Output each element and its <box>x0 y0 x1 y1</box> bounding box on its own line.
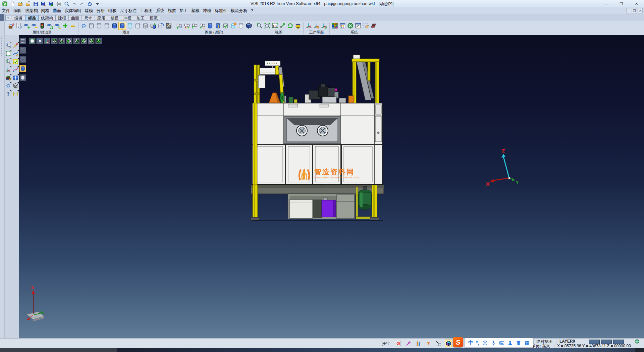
help-button[interactable] <box>5 90 11 97</box>
striped-solid-button[interactable] <box>214 22 222 30</box>
wireframe-view-button[interactable] <box>88 22 95 30</box>
snap-grid-button[interactable] <box>362 22 370 30</box>
open-project-button[interactable] <box>24 1 31 7</box>
menu-item[interactable]: 塑模 <box>190 7 201 14</box>
menu-item[interactable]: 线架构 <box>23 7 40 14</box>
flat-mode-button[interactable] <box>19 74 26 81</box>
solids-filter-button[interactable] <box>183 22 191 30</box>
menu-item[interactable]: 文件 <box>0 7 12 14</box>
selection-filter-status-button[interactable] <box>394 340 402 347</box>
view-iso-button[interactable] <box>95 38 102 44</box>
lock-status-label[interactable]: 拴牢 <box>382 341 390 347</box>
menu-item[interactable]: 模流分析 <box>229 7 249 14</box>
menu-item[interactable]: 加工 <box>178 7 190 14</box>
regen-solids-button[interactable] <box>191 22 199 30</box>
hide-all-button[interactable] <box>69 22 77 30</box>
tab-item[interactable]: 线架构 <box>39 15 56 21</box>
tab-item[interactable]: 塑膜 <box>108 15 121 21</box>
tab-list-dropdown-button[interactable] <box>5 15 11 21</box>
viewport-canvas[interactable]: 智造资料网 INTELLIGENT MANUFACTURING DATA Z X… <box>19 35 644 338</box>
close-button[interactable]: ✕ <box>629 0 644 7</box>
spline-edit-button[interactable] <box>12 66 19 73</box>
menu-item[interactable]: 网格 <box>40 7 51 14</box>
refresh-visibility-button[interactable] <box>46 22 54 30</box>
history-button[interactable] <box>86 1 93 7</box>
toggle-visibility-button[interactable] <box>54 22 61 30</box>
print-preview-button[interactable] <box>63 1 70 7</box>
print-button[interactable] <box>55 1 62 7</box>
left-panel-edge[interactable] <box>0 21 5 338</box>
tag-solid-button[interactable] <box>229 22 237 30</box>
regen-graphics-button[interactable] <box>80 22 88 30</box>
redo-button[interactable] <box>78 1 85 7</box>
minimize-button[interactable]: — <box>599 0 614 7</box>
toggle-solids-button[interactable] <box>199 22 206 30</box>
workplane-step-button[interactable] <box>320 22 328 30</box>
show-solids-button[interactable] <box>175 22 183 30</box>
render-solid-button[interactable] <box>245 22 253 30</box>
mdi-restore-button[interactable]: ❐ <box>632 8 637 13</box>
zoom-window-button[interactable] <box>5 50 11 57</box>
menu-item[interactable]: 编辑 <box>12 7 23 14</box>
workplane-view-button[interactable] <box>305 22 313 30</box>
selection-filter-button[interactable] <box>38 22 46 30</box>
view-top-button[interactable] <box>51 38 58 44</box>
attributes-info-button[interactable] <box>15 22 23 30</box>
menu-item[interactable]: 系统 <box>154 7 166 14</box>
delete-entities-button[interactable] <box>12 42 19 49</box>
ime-skin-icon[interactable] <box>516 340 521 346</box>
transparent-view-button[interactable] <box>126 22 134 30</box>
workplane-orientation-button[interactable] <box>5 66 11 73</box>
taskbar-peek-bar[interactable] <box>117 348 636 352</box>
view-appearance-button[interactable] <box>294 22 302 30</box>
view-bottom-button[interactable] <box>58 38 65 44</box>
export-view-status-button[interactable] <box>435 340 442 347</box>
window-layout-button[interactable] <box>12 74 19 81</box>
hidden-line-view-button[interactable] <box>95 22 103 30</box>
hide-entities-button[interactable] <box>31 22 38 30</box>
dashed-solid-button[interactable] <box>206 22 214 30</box>
view-axes-button[interactable] <box>44 38 50 44</box>
view-frame-button[interactable] <box>29 38 36 44</box>
active-layer-status[interactable]: LAYER0 <box>559 339 575 344</box>
solid-display-button[interactable] <box>12 82 19 89</box>
ime-toolbox-icon[interactable] <box>524 340 530 346</box>
tab-item[interactable]: 加工 <box>134 15 147 21</box>
menu-item[interactable]: 实体编辑 <box>63 7 83 14</box>
sogou-logo[interactable]: S <box>453 337 463 347</box>
menu-item[interactable]: 电极 <box>107 7 118 14</box>
tab-item[interactable]: 建模 <box>56 15 69 21</box>
ime-mode-button[interactable]: 中 <box>468 340 473 346</box>
hatch-solid-button[interactable] <box>237 22 245 30</box>
ime-punctuation-button[interactable]: °, <box>476 340 479 346</box>
mdi-close-button[interactable]: ✕ <box>638 8 643 13</box>
shaded-edges-view-button[interactable] <box>118 22 126 30</box>
mdi-minimize-button[interactable]: — <box>626 8 631 13</box>
tab-item[interactable]: 尺寸 <box>82 15 95 21</box>
open-file-button[interactable] <box>17 1 23 7</box>
visi-logo[interactable] <box>1 1 8 7</box>
copy-graphics-button[interactable] <box>149 22 157 30</box>
modify-curve-button[interactable] <box>12 50 19 57</box>
view-back-button[interactable] <box>73 38 80 44</box>
dashed-hidden-view-button[interactable] <box>103 22 111 30</box>
menu-item[interactable]: 冲模 <box>201 7 213 14</box>
viewport-menu-button[interactable] <box>19 38 26 44</box>
zoom-in-button[interactable] <box>256 22 263 30</box>
workplane-edit-button[interactable] <box>313 22 320 30</box>
menu-item[interactable]: 工程图 <box>139 7 155 14</box>
convert-graphics-button[interactable] <box>157 22 165 30</box>
rotate-view-button[interactable] <box>286 22 294 30</box>
tab-item[interactable]: 冲模 <box>121 15 134 21</box>
save-as-button[interactable] <box>40 1 47 7</box>
validate-solid-button[interactable] <box>222 22 229 30</box>
shaded-view-button[interactable] <box>111 22 118 30</box>
show-all-button[interactable] <box>61 22 69 30</box>
ime-account-icon[interactable] <box>507 340 513 346</box>
view-left-button[interactable] <box>80 38 87 44</box>
ime-keyboard-icon[interactable] <box>499 340 504 346</box>
color-edit-status-button[interactable] <box>415 340 422 347</box>
tab-item[interactable]: 应用 <box>95 15 108 21</box>
tab-active[interactable]: 标准 <box>25 15 39 21</box>
maximize-button[interactable]: ❐ <box>614 0 629 7</box>
